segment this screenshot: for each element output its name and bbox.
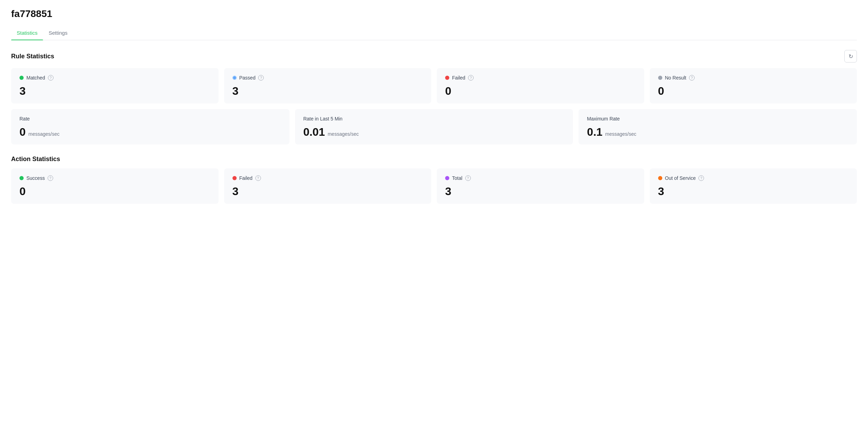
max-rate-card: Maximum Rate 0.1 messages/sec [579, 109, 857, 144]
no-result-card: No Result ? 0 [650, 68, 857, 103]
rate-5min-value: 0.01 [303, 126, 325, 137]
max-rate-value: 0.1 [587, 126, 602, 137]
success-help-icon[interactable]: ? [48, 175, 53, 181]
no-result-value: 0 [658, 85, 849, 97]
matched-label: Matched [26, 75, 45, 81]
passed-dot [232, 76, 237, 80]
success-card: Success ? 0 [11, 168, 219, 204]
rule-failed-label: Failed [452, 75, 465, 81]
out-of-service-card: Out of Service ? 3 [650, 168, 857, 204]
rule-failed-card: Failed ? 0 [437, 68, 644, 103]
total-card: Total ? 3 [437, 168, 644, 204]
rule-failed-dot [445, 76, 449, 80]
refresh-icon: ↻ [849, 53, 853, 60]
passed-label: Passed [239, 75, 256, 81]
rate-cards: Rate 0 messages/sec Rate in Last 5 Min 0… [11, 109, 857, 144]
rule-failed-help-icon[interactable]: ? [468, 75, 474, 81]
rule-failed-value: 0 [445, 85, 636, 97]
no-result-label: No Result [665, 75, 686, 81]
rate-value: 0 [19, 126, 26, 137]
no-result-dot [658, 76, 662, 80]
matched-card: Matched ? 3 [11, 68, 219, 103]
out-of-service-label: Out of Service [665, 175, 696, 181]
out-of-service-value: 3 [658, 186, 849, 197]
action-statistics-section: Action Statistics Success ? 0 Failed ? 3 [11, 156, 857, 204]
passed-card: Passed ? 3 [224, 68, 432, 103]
max-rate-label: Maximum Rate [587, 116, 849, 122]
rate-unit: messages/sec [28, 131, 59, 137]
rate-card: Rate 0 messages/sec [11, 109, 289, 144]
rate-label: Rate [19, 116, 281, 122]
success-value: 0 [19, 186, 210, 197]
total-label: Total [452, 175, 462, 181]
page-title: fa778851 [11, 8, 857, 19]
action-failed-label: Failed [239, 175, 253, 181]
action-failed-dot [232, 176, 237, 180]
matched-value: 3 [19, 85, 210, 97]
matched-help-icon[interactable]: ? [48, 75, 54, 81]
passed-help-icon[interactable]: ? [258, 75, 264, 81]
tab-statistics[interactable]: Statistics [11, 26, 43, 40]
success-label: Success [26, 175, 45, 181]
total-value: 3 [445, 186, 636, 197]
rate-5min-label: Rate in Last 5 Min [303, 116, 565, 122]
action-failed-card: Failed ? 3 [224, 168, 432, 204]
action-failed-value: 3 [232, 186, 423, 197]
tabs-container: Statistics Settings [11, 26, 857, 40]
success-dot [19, 176, 24, 180]
out-of-service-help-icon[interactable]: ? [698, 175, 704, 181]
rule-statistics-title: Rule Statistics [11, 53, 54, 60]
action-stat-cards: Success ? 0 Failed ? 3 Total ? 3 [11, 168, 857, 204]
action-statistics-title: Action Statistics [11, 156, 60, 163]
rule-statistics-section: Rule Statistics ↻ Matched ? 3 Passed ? 3 [11, 50, 857, 144]
total-dot [445, 176, 449, 180]
passed-value: 3 [232, 85, 423, 97]
total-help-icon[interactable]: ? [465, 175, 471, 181]
matched-dot [19, 76, 24, 80]
no-result-help-icon[interactable]: ? [689, 75, 695, 81]
refresh-button[interactable]: ↻ [844, 50, 857, 62]
tab-settings[interactable]: Settings [43, 26, 73, 40]
rate-5min-unit: messages/sec [328, 131, 359, 137]
rule-stat-cards: Matched ? 3 Passed ? 3 Failed ? 0 [11, 68, 857, 103]
rate-5min-card: Rate in Last 5 Min 0.01 messages/sec [295, 109, 573, 144]
out-of-service-dot [658, 176, 662, 180]
action-failed-help-icon[interactable]: ? [255, 175, 261, 181]
max-rate-unit: messages/sec [605, 131, 636, 137]
